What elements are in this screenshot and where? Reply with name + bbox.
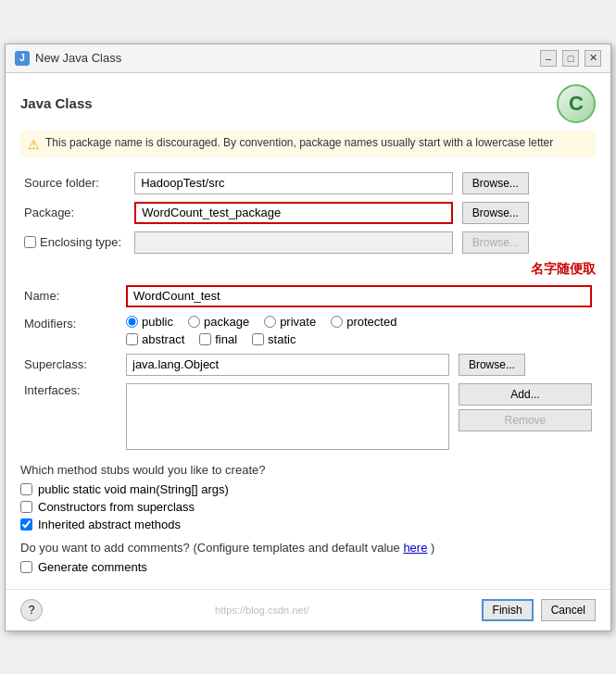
method-main-label: public static void main(String[] args) xyxy=(38,482,229,496)
modifier-package-radio-label[interactable]: package xyxy=(188,315,249,329)
title-bar-left: J New Java Class xyxy=(15,51,121,66)
modifier-package-radio[interactable] xyxy=(188,316,200,328)
methods-section: Which method stubs would you like to cre… xyxy=(20,463,596,531)
generate-comments-item: Generate comments xyxy=(20,560,596,574)
comments-title-text: Do you want to add comments? (Configure … xyxy=(20,541,400,555)
warning-icon: ⚠ xyxy=(28,137,40,152)
modifiers-cell: public package private protected xyxy=(122,311,596,350)
package-row: Package: Browse... xyxy=(20,198,596,228)
generate-comments-checkbox[interactable] xyxy=(20,561,32,573)
modifier-private-radio[interactable] xyxy=(264,316,276,328)
modifier-abstract-checkbox[interactable] xyxy=(126,333,138,345)
modifier-private-radio-label[interactable]: private xyxy=(264,315,316,329)
superclass-browse-cell: Browse... xyxy=(453,350,596,380)
enclosing-type-browse-cell: Browse... xyxy=(457,228,596,257)
modifier-static-label: static xyxy=(268,332,295,346)
method-constructors-checkbox[interactable] xyxy=(20,501,32,513)
modifier-private-label: private xyxy=(280,315,316,329)
section-title: Java Class xyxy=(20,95,93,111)
package-input[interactable] xyxy=(134,202,453,224)
enclosing-type-input-cell xyxy=(131,228,457,257)
enclosing-type-label-cell: Enclosing type: xyxy=(20,228,131,257)
cancel-button[interactable]: Cancel xyxy=(541,599,596,621)
interfaces-label: Interfaces: xyxy=(20,380,122,454)
source-folder-browse-button[interactable]: Browse... xyxy=(462,172,529,194)
finish-button[interactable]: Finish xyxy=(482,599,534,621)
superclass-browse-button[interactable]: Browse... xyxy=(459,354,525,376)
method-item-main: public static void main(String[] args) xyxy=(20,482,596,496)
method-inherited-checkbox[interactable] xyxy=(20,518,32,530)
modifier-protected-radio-label[interactable]: protected xyxy=(331,315,396,329)
dialog-icon: J xyxy=(15,51,30,66)
method-constructors-label: Constructors from superclass xyxy=(38,500,195,514)
interfaces-remove-button: Remove xyxy=(459,409,592,431)
annotation-label: 名字随便取 xyxy=(531,261,596,276)
close-button[interactable]: ✕ xyxy=(585,50,601,67)
modifier-package-label: package xyxy=(204,315,249,329)
comments-section: Do you want to add comments? (Configure … xyxy=(20,541,596,574)
help-button[interactable]: ? xyxy=(20,599,43,621)
dialog-title: New Java Class xyxy=(35,51,121,65)
method-item-inherited: Inherited abstract methods xyxy=(20,518,596,531)
bottom-bar: ? https://blog.csdn.net/ Finish Cancel xyxy=(6,589,610,630)
bottom-left: ? xyxy=(20,599,43,621)
watermark: https://blog.csdn.net/ xyxy=(215,605,309,616)
modifier-public-radio[interactable] xyxy=(126,316,138,328)
generate-comments-label: Generate comments xyxy=(38,560,147,574)
name-table: Name: Modifiers: public p xyxy=(20,281,596,454)
modifiers-row: Modifiers: public package pr xyxy=(20,311,596,350)
section-header: Java Class C xyxy=(20,84,596,123)
modifiers-label: Modifiers: xyxy=(20,311,122,350)
interfaces-btn-group: Add... Remove xyxy=(459,383,592,431)
enclosing-type-browse-button: Browse... xyxy=(462,231,529,254)
modifier-abstract-check-label[interactable]: abstract xyxy=(126,332,184,346)
warning-text: This package name is discouraged. By con… xyxy=(45,136,553,149)
modifier-static-checkbox[interactable] xyxy=(252,333,264,345)
interfaces-box xyxy=(126,383,449,450)
source-folder-input-cell xyxy=(131,168,457,198)
radio-group-modifiers: public package private protected xyxy=(126,315,592,329)
enclosing-type-check-item: Enclosing type: xyxy=(24,235,121,249)
superclass-input[interactable] xyxy=(126,354,449,376)
title-bar: J New Java Class – □ ✕ xyxy=(6,44,610,73)
name-input[interactable] xyxy=(126,285,592,307)
interfaces-buttons-cell: Add... Remove xyxy=(453,380,596,454)
new-java-class-dialog: J New Java Class – □ ✕ Java Class C ⚠ Th… xyxy=(5,44,611,631)
package-input-cell xyxy=(131,198,457,228)
method-main-checkbox[interactable] xyxy=(20,483,32,495)
name-input-cell xyxy=(122,281,596,311)
source-folder-row: Source folder: Browse... xyxy=(20,168,596,198)
enclosing-type-label: Enclosing type: xyxy=(40,235,121,249)
package-label: Package: xyxy=(20,198,131,228)
superclass-input-cell xyxy=(122,350,453,380)
modifier-abstract-label: abstract xyxy=(142,332,184,346)
modifier-final-checkbox[interactable] xyxy=(199,333,211,345)
package-browse-cell: Browse... xyxy=(457,198,596,228)
modifier-protected-label: protected xyxy=(346,315,396,329)
java-logo-icon: C xyxy=(557,84,596,123)
modifier-static-check-label[interactable]: static xyxy=(252,332,295,346)
annotation-container: 名字随便取 xyxy=(20,261,596,278)
source-folder-label: Source folder: xyxy=(20,168,131,198)
interfaces-add-button[interactable]: Add... xyxy=(459,383,592,406)
bottom-right-buttons: Finish Cancel xyxy=(482,599,596,621)
interfaces-box-cell xyxy=(122,380,453,454)
name-label: Name: xyxy=(20,281,122,311)
modifier-public-label: public xyxy=(142,315,173,329)
check-group-modifiers: abstract final static xyxy=(126,332,592,346)
comments-title: Do you want to add comments? (Configure … xyxy=(20,541,596,555)
comments-here-link[interactable]: here xyxy=(403,541,427,555)
minimize-button[interactable]: – xyxy=(540,50,557,67)
source-folder-input[interactable] xyxy=(134,172,453,194)
modifier-final-label: final xyxy=(215,332,237,346)
modifier-protected-radio[interactable] xyxy=(331,316,343,328)
form-table: Source folder: Browse... Package: Browse… xyxy=(20,168,596,257)
enclosing-type-checkbox[interactable] xyxy=(24,236,36,248)
package-browse-button[interactable]: Browse... xyxy=(462,202,529,224)
source-folder-browse-cell: Browse... xyxy=(457,168,596,198)
modifier-final-check-label[interactable]: final xyxy=(199,332,237,346)
modifier-public-radio-label[interactable]: public xyxy=(126,315,173,329)
maximize-button[interactable]: □ xyxy=(562,50,579,67)
method-inherited-label: Inherited abstract methods xyxy=(38,518,181,531)
name-row: Name: xyxy=(20,281,596,311)
